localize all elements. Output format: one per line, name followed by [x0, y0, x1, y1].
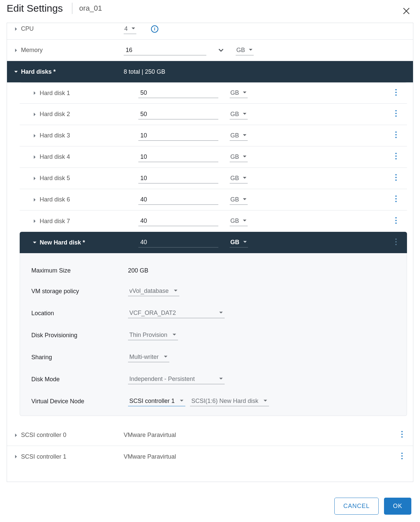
svg-point-15 [395, 195, 397, 197]
storage-policy-value: vVol_database [129, 288, 169, 295]
scsi0-label: SCSI controller 0 [21, 432, 66, 439]
row-hard-disk: Hard disk 5GB [20, 168, 407, 189]
cancel-button[interactable]: CANCEL [334, 498, 379, 515]
disk-mode-label: Disk Mode [31, 376, 128, 383]
hard-disks-label: Hard disks * [21, 68, 56, 75]
memory-input[interactable] [124, 45, 206, 55]
chevron-right-icon[interactable] [32, 219, 37, 223]
chevron-right-icon[interactable] [32, 176, 37, 181]
svg-point-10 [395, 155, 397, 157]
svg-point-17 [395, 201, 397, 202]
disk-actions-menu[interactable] [393, 194, 399, 205]
sharing-select[interactable]: Multi-writer [128, 352, 169, 362]
svg-point-6 [395, 131, 397, 133]
chevron-right-icon[interactable] [14, 454, 18, 459]
kebab-icon [395, 133, 397, 140]
svg-point-21 [395, 238, 397, 240]
chevron-down-icon [248, 47, 253, 54]
disk-size-input[interactable] [138, 195, 218, 205]
memory-unit-select[interactable]: GB [236, 45, 254, 55]
svg-point-7 [395, 134, 397, 135]
svg-point-14 [395, 179, 397, 181]
new-disk-actions-menu[interactable] [393, 237, 399, 248]
chevron-right-icon[interactable] [32, 155, 37, 159]
drow-storage-policy: VM storage policy vVol_database [20, 280, 407, 302]
svg-point-18 [395, 217, 397, 218]
row-hard-disk: Hard disk 7GB [20, 210, 407, 232]
close-button[interactable] [400, 5, 413, 19]
svg-point-0 [395, 89, 397, 90]
vdn-slot-value: SCSI(1:6) New Hard disk [191, 398, 258, 405]
scsi0-actions-menu[interactable] [399, 429, 405, 441]
chevron-down-icon [242, 217, 247, 224]
chevron-down-icon [172, 332, 177, 339]
chevron-right-icon[interactable] [14, 48, 18, 53]
row-new-hard-disk[interactable]: New Hard disk * GB [20, 232, 407, 253]
location-select[interactable]: VCF_ORA_DAT2 [128, 308, 225, 318]
svg-point-9 [395, 153, 397, 154]
svg-point-25 [401, 434, 403, 435]
storage-policy-label: VM storage policy [31, 288, 128, 295]
chevron-down-icon [242, 153, 247, 160]
drow-virtual-device-node: Virtual Device Node SCSI controller 1 SC… [20, 390, 407, 412]
svg-point-2 [395, 94, 397, 96]
row-hard-disks-header[interactable]: Hard disks * 8 total | 250 GB [7, 61, 413, 82]
chevron-down-icon [179, 398, 184, 405]
svg-point-16 [395, 198, 397, 199]
disk-unit-select[interactable]: GB [230, 152, 248, 162]
dialog-subtitle: ora_01 [79, 4, 102, 13]
vdn-label: Virtual Device Node [31, 398, 128, 405]
disk-unit-select[interactable]: GB [230, 195, 248, 205]
vdn-controller-value: SCSI controller 1 [129, 398, 175, 405]
provisioning-select[interactable]: Thin Provision [128, 330, 178, 340]
chevron-down-icon[interactable] [218, 47, 224, 54]
row-hard-disk: Hard disk 3GB [20, 125, 407, 146]
disk-unit: GB [230, 111, 239, 118]
storage-policy-select[interactable]: vVol_database [128, 286, 179, 296]
vdn-slot-select[interactable]: SCSI(1:6) New Hard disk [190, 396, 269, 406]
disk-actions-menu[interactable] [393, 215, 399, 227]
disk-unit-select[interactable]: GB [230, 109, 248, 119]
disk-actions-menu[interactable] [393, 87, 399, 99]
chevron-right-icon[interactable] [32, 91, 37, 95]
chevron-right-icon[interactable] [32, 133, 37, 138]
dialog-header: Edit Settings ora_01 [0, 0, 420, 19]
disk-mode-select[interactable]: Independent - Persistent [128, 374, 225, 384]
disk-unit-select[interactable]: GB [230, 173, 248, 183]
scsi1-value: VMware Paravirtual [124, 453, 176, 460]
disk-size-input[interactable] [138, 88, 218, 98]
disk-size-input[interactable] [138, 216, 218, 226]
svg-point-3 [395, 110, 397, 111]
chevron-down-icon [163, 354, 168, 361]
ok-button[interactable]: OK [384, 498, 411, 515]
chevron-right-icon[interactable] [14, 433, 18, 438]
chevron-right-icon[interactable] [32, 112, 37, 117]
kebab-icon [395, 154, 397, 161]
disk-unit-select[interactable]: GB [230, 131, 248, 141]
disk-actions-menu[interactable] [393, 108, 399, 120]
chevron-right-icon[interactable] [32, 197, 37, 202]
vdn-controller-select[interactable]: SCSI controller 1 [128, 396, 185, 406]
disk-unit-select[interactable]: GB [230, 88, 248, 98]
disk-size-input[interactable] [138, 152, 218, 162]
disk-actions-menu[interactable] [393, 130, 399, 141]
disk-unit-select[interactable]: GB [230, 216, 248, 226]
chevron-down-icon [243, 239, 247, 246]
settings-scroll-area[interactable]: CPU 4 i Memory GB Hard disks * [7, 23, 413, 482]
chevron-right-icon[interactable] [14, 27, 18, 31]
scsi1-actions-menu[interactable] [399, 451, 405, 463]
header-divider [72, 3, 72, 14]
cpu-value-select[interactable]: 4 [124, 24, 136, 34]
disk-size-input[interactable] [138, 173, 218, 183]
disk-size-input[interactable] [138, 109, 218, 119]
disk-actions-menu[interactable] [393, 172, 399, 184]
info-icon[interactable]: i [151, 25, 158, 33]
disk-unit: GB [230, 217, 239, 224]
new-disk-unit-select[interactable]: GB [230, 237, 248, 247]
disk-mode-value: Independent - Persistent [129, 376, 195, 383]
disk-size-input[interactable] [138, 131, 218, 141]
disk-label: Hard disk 1 [40, 90, 70, 97]
new-disk-size-input[interactable] [138, 237, 218, 247]
disk-actions-menu[interactable] [393, 151, 399, 163]
svg-point-20 [395, 222, 397, 224]
